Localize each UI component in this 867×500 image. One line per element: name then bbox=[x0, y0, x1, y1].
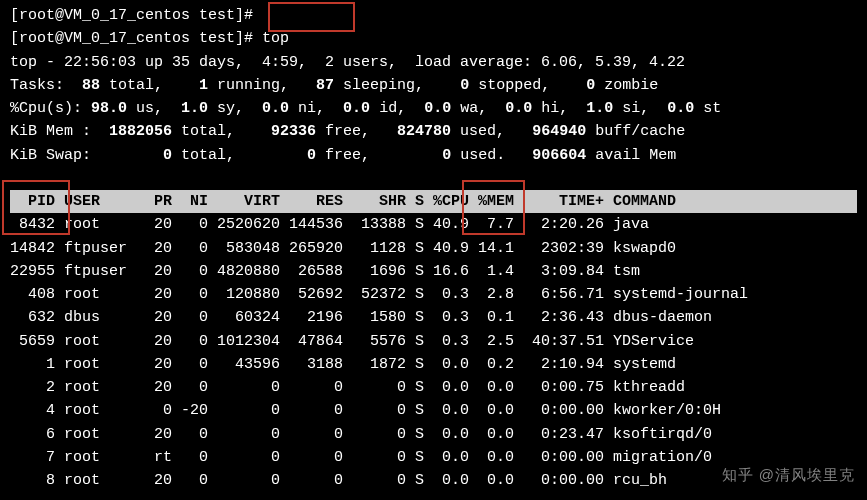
table-row[interactable]: 2 root 20 0 0 0 0 S 0.0 0.0 0:00.75 kthr… bbox=[10, 376, 857, 399]
table-row[interactable]: 8432 root 20 0 2520620 144536 13388 S 40… bbox=[10, 213, 857, 236]
table-row[interactable]: 22955 ftpuser 20 0 4820880 26588 1696 S … bbox=[10, 260, 857, 283]
table-row[interactable]: 7 root rt 0 0 0 0 S 0.0 0.0 0:00.00 migr… bbox=[10, 446, 857, 469]
table-row[interactable]: 8 root 20 0 0 0 0 S 0.0 0.0 0:00.00 rcu_… bbox=[10, 469, 857, 492]
top-swap-line: KiB Swap: 0 total, 0 free, 0 used. 90660… bbox=[10, 144, 857, 167]
terminal-screen[interactable]: [root@VM_0_17_centos test]# [root@VM_0_1… bbox=[0, 0, 867, 500]
table-row[interactable]: 4 root 0 -20 0 0 0 S 0.0 0.0 0:00.00 kwo… bbox=[10, 399, 857, 422]
shell-prompt-line-2: [root@VM_0_17_centos test]# top bbox=[10, 27, 857, 50]
process-table-header[interactable]: PID USER PR NI VIRT RES SHR S %CPU %MEM … bbox=[10, 190, 857, 213]
blank-line bbox=[10, 167, 857, 190]
table-row[interactable]: 1 root 20 0 43596 3188 1872 S 0.0 0.2 2:… bbox=[10, 353, 857, 376]
top-uptime-line: top - 22:56:03 up 35 days, 4:59, 2 users… bbox=[10, 51, 857, 74]
table-row[interactable]: 6 root 20 0 0 0 0 S 0.0 0.0 0:23.47 ksof… bbox=[10, 423, 857, 446]
table-row[interactable]: 14842 ftpuser 20 0 583048 265920 1128 S … bbox=[10, 237, 857, 260]
top-tasks-line: Tasks: 88 total, 1 running, 87 sleeping,… bbox=[10, 74, 857, 97]
table-row[interactable]: 5659 root 20 0 1012304 47864 5576 S 0.3 … bbox=[10, 330, 857, 353]
table-row[interactable]: 632 dbus 20 0 60324 2196 1580 S 0.3 0.1 … bbox=[10, 306, 857, 329]
typed-command: top bbox=[262, 30, 289, 47]
top-mem-line: KiB Mem : 1882056 total, 92336 free, 824… bbox=[10, 120, 857, 143]
shell-prompt-line-1: [root@VM_0_17_centos test]# bbox=[10, 4, 857, 27]
top-cpu-line: %Cpu(s): 98.0 us, 1.0 sy, 0.0 ni, 0.0 id… bbox=[10, 97, 857, 120]
table-row[interactable]: 408 root 20 0 120880 52692 52372 S 0.3 2… bbox=[10, 283, 857, 306]
